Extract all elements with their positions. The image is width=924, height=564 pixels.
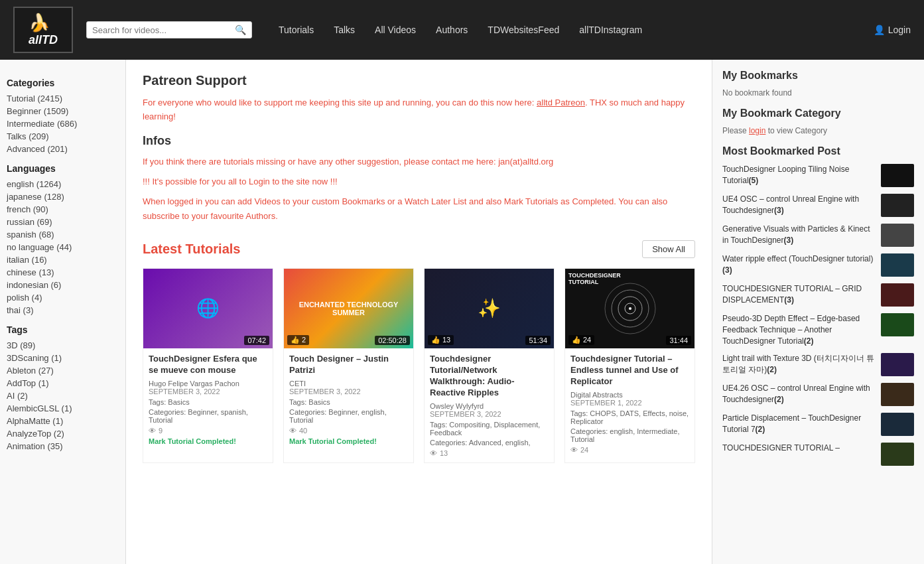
sidebar-item-talks[interactable]: Talks (209) bbox=[7, 130, 119, 143]
sidebar-item-spanish[interactable]: spanish (68) bbox=[7, 228, 119, 241]
bookmark-login-link[interactable]: login bbox=[749, 126, 765, 135]
sidebar-item-english[interactable]: english (1264) bbox=[7, 178, 119, 190]
login-button[interactable]: 👤 Login bbox=[874, 25, 911, 35]
bookmarked-item-7[interactable]: UE4.26 OSC – control Unreal Engine with … bbox=[722, 383, 914, 406]
view-count-0: 9 bbox=[159, 427, 163, 435]
main-content: Patreon Support For everyone who would l… bbox=[126, 60, 712, 564]
nav-alltdinstagram[interactable]: allTDInstagram bbox=[579, 25, 642, 35]
eye-icon-3: 👁 bbox=[570, 446, 578, 454]
bookmarked-thumb-2 bbox=[881, 224, 914, 247]
tutorial-card-2[interactable]: ✨ 👍 13 51:34 Touchdesigner Tutorial/Netw… bbox=[424, 268, 555, 463]
sidebar-item-french[interactable]: french (90) bbox=[7, 203, 119, 216]
bookmark-note-text: Please bbox=[722, 126, 749, 135]
sidebar-item-nolanguage[interactable]: no language (44) bbox=[7, 241, 119, 253]
tutorial-card-1[interactable]: ENCHANTED TECHNOLOGY SUMMER 👍 2 02:50:28… bbox=[283, 268, 414, 463]
tutorial-card-3[interactable]: TOUCHDESIGNERTUTORIAL 👍 24 31:44 Touchde… bbox=[564, 268, 695, 463]
card-views-2: 👁 13 bbox=[430, 449, 549, 457]
bookmarked-thumb-1 bbox=[881, 194, 914, 217]
sidebar-item-russian[interactable]: russian (69) bbox=[7, 216, 119, 228]
bookmarked-item-8[interactable]: Particle Displacement – TouchDesigner Tu… bbox=[722, 413, 914, 436]
logo-banana-icon: 🍌 bbox=[29, 13, 58, 33]
nav-authors[interactable]: Authors bbox=[436, 25, 468, 35]
left-sidebar: Categories Tutorial (2415) Beginner (150… bbox=[0, 60, 126, 564]
nav-tdwebsitesfeed[interactable]: TDWebsitesFeed bbox=[488, 25, 559, 35]
sidebar-item-alphamatte[interactable]: AlphaMatte (1) bbox=[7, 415, 119, 427]
bookmarked-title-6: Light trail with Texture 3D (터치디자이너 튜토리얼… bbox=[722, 353, 876, 376]
view-count-1: 40 bbox=[299, 427, 307, 435]
bookmarked-item-4[interactable]: TOUCHDESIGNER TUTORIAL – GRID DISPLACEME… bbox=[722, 283, 914, 307]
nav-talks[interactable]: Talks bbox=[334, 25, 355, 35]
bookmarked-item-9[interactable]: TOUCHDESIGNER TUTORIAL – bbox=[722, 443, 914, 466]
sidebar-item-advanced[interactable]: Advanced (201) bbox=[7, 143, 119, 155]
nav-all-videos[interactable]: All Videos bbox=[375, 25, 416, 35]
person-icon: 👤 bbox=[874, 25, 885, 35]
card-author-2: Owsley Wylyfyrd bbox=[430, 402, 549, 410]
sidebar-item-ableton[interactable]: Ableton (27) bbox=[7, 364, 119, 377]
svg-point-4 bbox=[629, 307, 631, 310]
bookmarked-title-3: Water ripple effect (TouchDesigner tutor… bbox=[722, 253, 876, 276]
bookmarked-item-0[interactable]: TouchDesigner Looping Tiling Noise Tutor… bbox=[722, 164, 914, 187]
sidebar-item-indonesian[interactable]: indonesian (6) bbox=[7, 279, 119, 291]
bookmarked-item-3[interactable]: Water ripple effect (TouchDesigner tutor… bbox=[722, 253, 914, 277]
bookmarked-title-2: Generative Visuals with Particles & Kine… bbox=[722, 224, 876, 246]
sidebar-item-polish[interactable]: polish (4) bbox=[7, 291, 119, 304]
category-talks-count: (209) bbox=[29, 131, 48, 141]
eye-icon-0: 👁 bbox=[149, 427, 156, 435]
card-author-1: CETI bbox=[289, 380, 408, 388]
card-tags-3: Tags: CHOPS, DATS, Effects, noise, Repli… bbox=[570, 409, 689, 425]
card-cats-3: Categories: english, Intermediate, Tutor… bbox=[570, 427, 689, 443]
infos-text-3: When logged in you can add Videos to you… bbox=[143, 194, 695, 224]
bookmarked-title-0: TouchDesigner Looping Tiling Noise Tutor… bbox=[722, 164, 876, 186]
bookmarked-item-5[interactable]: Pseudo-3D Depth Effect – Edge-based Feed… bbox=[722, 313, 914, 346]
bookmarked-item-2[interactable]: Generative Visuals with Particles & Kine… bbox=[722, 224, 914, 247]
sidebar-item-chinese[interactable]: chinese (13) bbox=[7, 266, 119, 279]
nav-tutorials[interactable]: Tutorials bbox=[279, 25, 314, 35]
card-thumb-0: 🌐 07:42 bbox=[143, 269, 273, 348]
sidebar-item-analyzetop[interactable]: AnalyzeTop (2) bbox=[7, 427, 119, 440]
card-cats-2: Categories: Advanced, english, bbox=[430, 439, 549, 447]
card-body-2: Touchdesigner Tutorial/Network Walkthrou… bbox=[425, 348, 554, 462]
category-talks-label: Talks bbox=[7, 131, 29, 141]
sidebar-item-3dscaning[interactable]: 3DScaning (1) bbox=[7, 352, 119, 364]
sidebar-item-ai[interactable]: AI (2) bbox=[7, 389, 119, 402]
sidebar-item-beginner[interactable]: Beginner (1509) bbox=[7, 105, 119, 117]
bookmarked-item-6[interactable]: Light trail with Texture 3D (터치디자이너 튜토리얼… bbox=[722, 353, 914, 376]
card-completed-0[interactable]: Mark Tutorial Completed! bbox=[149, 437, 267, 445]
sidebar-item-3d[interactable]: 3D (89) bbox=[7, 339, 119, 352]
tutorial-card-0[interactable]: 🌐 07:42 TouchDesigner Esfera que se muev… bbox=[143, 268, 273, 463]
most-bookmarked-title: Most Bookmarked Post bbox=[722, 145, 914, 157]
card-thumb-1: ENCHANTED TECHNOLOGY SUMMER 👍 2 02:50:28 bbox=[284, 269, 413, 348]
show-all-button[interactable]: Show All bbox=[642, 240, 695, 258]
sidebar-item-tutorial[interactable]: Tutorial (2415) bbox=[7, 92, 119, 105]
patreon-title: Patreon Support bbox=[143, 73, 695, 88]
card-likes-3: 👍 24 bbox=[568, 335, 594, 345]
bookmark-category-title: My Bookmark Category bbox=[722, 107, 914, 119]
patreon-text-1: For everyone who would like to support m… bbox=[143, 98, 537, 107]
card-duration-3: 31:44 bbox=[666, 336, 691, 345]
view-count-2: 13 bbox=[440, 449, 448, 457]
search-input[interactable] bbox=[92, 25, 235, 35]
header: 🍌 allTD 🔍 Tutorials Talks All Videos Aut… bbox=[0, 0, 924, 60]
sidebar-item-addtop[interactable]: AddTop (1) bbox=[7, 377, 119, 389]
category-tutorial-count: (2415) bbox=[37, 94, 62, 104]
bookmark-note-text2: to view Category bbox=[765, 126, 827, 135]
sidebar-item-italian[interactable]: italian (16) bbox=[7, 253, 119, 266]
bookmarked-thumb-9 bbox=[881, 443, 914, 466]
sidebar-item-animation[interactable]: Animation (35) bbox=[7, 440, 119, 453]
category-advanced-count: (201) bbox=[47, 144, 67, 154]
logo[interactable]: 🍌 allTD bbox=[13, 7, 73, 53]
card-likes-1: 👍 2 bbox=[287, 335, 309, 345]
search-icon[interactable]: 🔍 bbox=[235, 25, 246, 35]
sidebar-item-alembicglsl[interactable]: AlembicGLSL (1) bbox=[7, 402, 119, 415]
card-title-2: Touchdesigner Tutorial/Network Walkthrou… bbox=[430, 354, 549, 399]
bookmarked-item-1[interactable]: UE4 OSC – control Unreal Engine with Tou… bbox=[722, 194, 914, 217]
categories-title: Categories bbox=[7, 78, 119, 88]
card-duration-0: 07:42 bbox=[244, 336, 269, 345]
card-duration-1: 02:50:28 bbox=[375, 336, 410, 345]
card-completed-1[interactable]: Mark Tutorial Completed! bbox=[289, 437, 408, 445]
sidebar-item-japanese[interactable]: japanese (128) bbox=[7, 190, 119, 203]
sidebar-item-intermediate[interactable]: Intermediate (686) bbox=[7, 117, 119, 130]
patreon-link[interactable]: alltd Patreon bbox=[537, 98, 585, 107]
card-title-1: Touch Designer – Justin Patrizi bbox=[289, 354, 408, 376]
sidebar-item-thai[interactable]: thai (3) bbox=[7, 304, 119, 317]
